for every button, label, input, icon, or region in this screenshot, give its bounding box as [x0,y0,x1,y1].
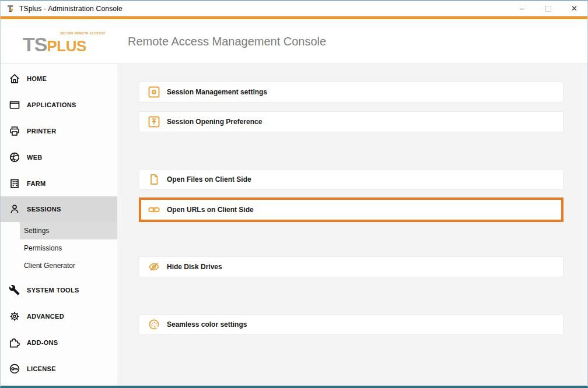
tsplus-logo: TS PLUS SECURE REMOTE ACCESS® [23,29,104,54]
sidebar-item-label: LICENSE [27,365,56,372]
submenu-item-permissions[interactable]: Permissions [1,239,117,257]
sidebar-item-sessions[interactable]: SESSIONS [1,196,117,222]
printer-icon [9,125,20,137]
web-icon [9,151,20,163]
sidebar-item-add-ons[interactable]: ADD-ONS [1,329,117,355]
tile-seamless-color-settings[interactable]: Seamless color settings [139,314,564,335]
close-button[interactable]: ✕ [561,1,587,16]
app-window: TSplus - Administration Console – ✕ TS P… [0,0,588,388]
open-up-square-icon [148,116,160,128]
tile-label: Session Management settings [167,88,267,96]
minimize-button[interactable]: – [509,1,535,16]
sidebar-item-applications[interactable]: APPLICATIONS [1,91,117,118]
sidebar-item-label: HOME [27,75,47,82]
sidebar-item-farm[interactable]: FARM [1,170,117,196]
sidebar-item-web[interactable]: WEB [1,144,117,170]
window-controls: – ✕ [509,1,587,16]
sidebar-item-license[interactable]: LICENSE [1,355,117,382]
page-title: Remote Access Management Console [128,35,326,48]
sidebar-item-label: SESSIONS [27,206,61,213]
maximize-button[interactable] [535,1,561,16]
submenu-item-label: Client Generator [24,262,75,270]
file-icon [148,174,160,185]
sidebar-item-printer[interactable]: PRINTER [1,118,117,144]
farm-icon [9,178,20,189]
sidebar-item-label: WEB [27,154,43,161]
logo-plus-text: PLUS [47,38,86,54]
link-icon [148,204,160,216]
sidebar-item-label: ADVANCED [27,313,64,320]
sidebar-item-home[interactable]: HOME [1,65,117,91]
home-icon [9,73,20,84]
sidebar-item-label: FARM [27,180,46,187]
gear-square-icon [148,86,160,98]
sidebar-item-advanced[interactable]: ADVANCED [1,303,117,329]
logo-tagline: SECURE REMOTE ACCESS® [60,31,106,35]
sidebar-item-label: ADD-ONS [27,339,58,346]
sidebar-item-label: PRINTER [27,128,56,135]
sessions-submenu: Settings Permissions Client Generator [1,222,117,274]
submenu-item-client-generator[interactable]: Client Generator [1,257,117,274]
sidebar-item-label: SYSTEM TOOLS [27,287,79,294]
window-title: TSplus - Administration Console [19,5,123,13]
tile-label: Seamless color settings [167,320,247,329]
tile-open-urls-client-side[interactable]: Open URLs on Client Side [139,197,564,222]
palette-icon [148,319,160,330]
submenu-item-label: Settings [24,227,49,235]
eye-off-icon [148,261,160,273]
sidebar-item-system-tools[interactable]: SYSTEM TOOLS [1,277,117,303]
tile-label: Hide Disk Drives [167,263,222,271]
license-icon [9,363,20,375]
advanced-icon [9,311,20,322]
maximize-icon [545,6,551,12]
tile-label: Open URLs on Client Side [167,206,254,214]
tile-label: Session Opening Preference [167,118,262,126]
body: HOME APPLICATIONS PRINTER [1,64,587,386]
tile-session-management-settings[interactable]: Session Management settings [139,82,564,103]
titlebar: TSplus - Administration Console – ✕ [1,1,587,16]
tile-hide-disk-drives[interactable]: Hide Disk Drives [139,256,564,277]
logo-ts-text: TS [23,34,47,54]
header: TS PLUS SECURE REMOTE ACCESS® Remote Acc… [1,19,587,64]
sessions-icon [9,203,20,215]
system-tools-icon [9,284,20,296]
submenu-item-settings[interactable]: Settings [20,222,117,239]
main-content: Session Management settings Session Open… [117,64,587,386]
applications-icon [9,99,20,111]
sidebar: HOME APPLICATIONS PRINTER [1,64,117,386]
tile-session-opening-preference[interactable]: Session Opening Preference [139,111,564,132]
sidebar-item-label: APPLICATIONS [27,101,76,108]
app-logo-icon [5,4,15,13]
submenu-item-label: Permissions [24,244,62,252]
tile-label: Open Files on Client Side [167,175,251,184]
add-ons-icon [9,337,20,348]
tile-open-files-client-side[interactable]: Open Files on Client Side [139,169,564,190]
